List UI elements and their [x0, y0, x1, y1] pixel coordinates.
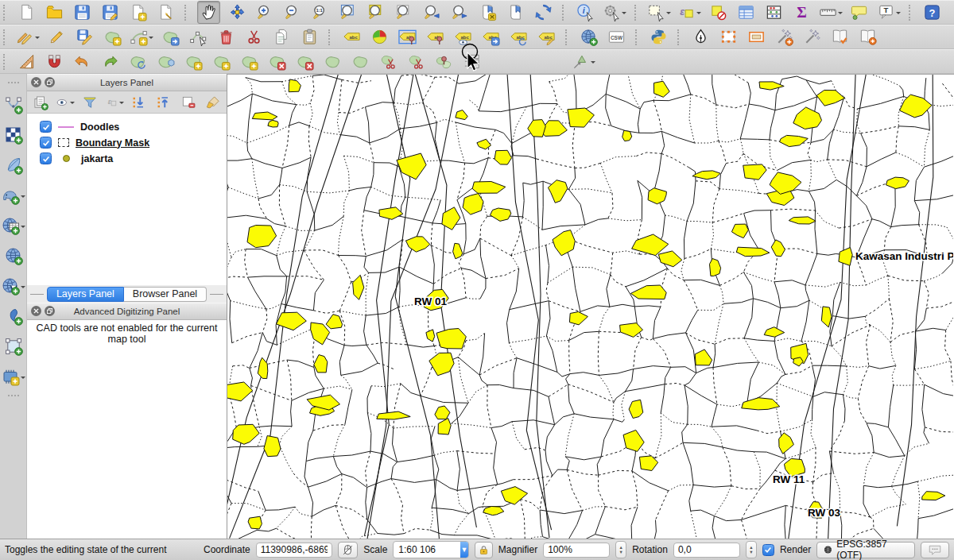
- collapse-all-button[interactable]: [154, 93, 173, 112]
- add-ring-button[interactable]: [183, 51, 204, 72]
- pan-to-selection-button[interactable]: [227, 2, 248, 23]
- simplify-feature-button[interactable]: [155, 51, 176, 72]
- statistical-summary-button[interactable]: Σ: [791, 2, 812, 23]
- processing-wand-button[interactable]: [801, 26, 823, 48]
- layer-visibility-button[interactable]: [56, 93, 75, 112]
- identify-features-button[interactable]: i: [575, 2, 596, 23]
- zoom-last-button[interactable]: [421, 2, 443, 23]
- deselect-all-button[interactable]: [708, 2, 729, 23]
- chevron-down-icon[interactable]: [896, 12, 901, 17]
- copy-features-button[interactable]: [271, 26, 293, 48]
- expand-all-button[interactable]: [130, 93, 149, 112]
- highlight-labels-button[interactable]: abc: [452, 26, 474, 48]
- tab-layers-panel[interactable]: Layers Panel: [47, 287, 124, 302]
- add-wfs-layer-button[interactable]: [1, 274, 26, 298]
- cut-features-button[interactable]: [243, 26, 265, 48]
- magnifier-stepper[interactable]: ▴▾: [615, 541, 626, 558]
- zoom-to-selection-button[interactable]: [366, 2, 387, 23]
- crs-status-button[interactable]: EPSG:3857 (OTF): [816, 542, 915, 558]
- split-parts-button[interactable]: [405, 51, 427, 72]
- pin-labels-button[interactable]: ab: [425, 26, 446, 48]
- render-checkbox[interactable]: [762, 544, 774, 556]
- layer-diagram-button[interactable]: [369, 26, 390, 48]
- coordinate-input[interactable]: [256, 543, 332, 558]
- add-wcs-layer-button[interactable]: [1, 244, 26, 268]
- chevron-down-icon[interactable]: [696, 12, 701, 17]
- add-postgis-layer-button[interactable]: [1, 183, 26, 207]
- map-tips-button[interactable]: [849, 2, 871, 23]
- add-group-button[interactable]: [31, 93, 50, 112]
- close-panel-button[interactable]: [31, 77, 41, 87]
- chevron-down-icon[interactable]: [21, 195, 25, 200]
- pan-map-button[interactable]: [197, 1, 220, 24]
- offset-curve-button[interactable]: [322, 51, 343, 72]
- chevron-down-icon[interactable]: [666, 12, 671, 17]
- text-annotation-button[interactable]: T: [877, 2, 901, 23]
- chevron-down-icon[interactable]: [35, 37, 40, 41]
- zoom-next-button[interactable]: [449, 2, 471, 23]
- save-project-button[interactable]: [72, 2, 93, 23]
- layer-item-doodles[interactable]: Doodles: [27, 119, 227, 135]
- chevron-down-icon[interactable]: ▼: [460, 542, 467, 558]
- chevron-down-icon[interactable]: [838, 12, 843, 17]
- chevron-down-icon[interactable]: [591, 61, 595, 66]
- add-circular-string-button[interactable]: [130, 26, 153, 48]
- layer-checkbox[interactable]: [40, 137, 52, 149]
- redo-button[interactable]: [99, 51, 121, 72]
- fill-ring-button[interactable]: [238, 51, 260, 72]
- chevron-down-icon[interactable]: [21, 377, 25, 381]
- chevron-down-icon[interactable]: [21, 286, 25, 291]
- layer-styling-button[interactable]: [204, 93, 223, 112]
- new-shapefile-layer-button[interactable]: [1, 334, 26, 358]
- open-attribute-table-button[interactable]: [735, 2, 757, 23]
- layer-labeling-button[interactable]: abc: [341, 26, 363, 48]
- select-by-expression-button[interactable]: ε: [677, 2, 701, 23]
- add-virtual-layer-button[interactable]: [1, 365, 26, 388]
- scale-combo[interactable]: 1:60 106 ▼: [393, 541, 468, 558]
- map-canvas[interactable]: RW 01Kawasan Industri PeRW 11RW 03: [227, 74, 954, 539]
- log-messages-button[interactable]: [921, 542, 949, 558]
- float-panel-button[interactable]: [45, 77, 55, 87]
- node-tool-button[interactable]: [188, 26, 209, 48]
- merge-features-button[interactable]: [433, 51, 455, 72]
- current-edits-button[interactable]: [16, 26, 40, 48]
- composer-manager-button[interactable]: [155, 2, 176, 23]
- new-bookmark-button[interactable]: [477, 2, 498, 23]
- delete-selected-button[interactable]: [215, 26, 237, 48]
- zoom-in-button[interactable]: [254, 2, 276, 23]
- zoom-native-button[interactable]: 1:1: [310, 2, 332, 23]
- lock-scale-button[interactable]: [475, 542, 493, 558]
- field-calculator-button[interactable]: [763, 2, 785, 23]
- add-wms-layer-button[interactable]: [1, 214, 26, 238]
- change-label-button[interactable]: abc: [536, 26, 557, 48]
- rotation-stepper[interactable]: ▴▾: [746, 541, 757, 558]
- layer-item-boundary-mask[interactable]: Boundary Mask: [27, 135, 227, 151]
- save-project-as-button[interactable]: [99, 2, 121, 23]
- open-project-button[interactable]: [44, 2, 65, 23]
- add-part-button[interactable]: [211, 51, 232, 72]
- move-annotation-button[interactable]: [718, 26, 739, 48]
- run-feature-action-button[interactable]: [603, 2, 626, 23]
- new-print-composer-button[interactable]: [127, 2, 149, 23]
- merge-attributes-button[interactable]: [461, 51, 483, 72]
- filter-expression-button[interactable]: ε: [105, 93, 124, 112]
- show-hide-labels-button[interactable]: ab: [397, 26, 418, 48]
- delete-ring-button[interactable]: [266, 51, 288, 72]
- rotate-point-symbols-button[interactable]: [572, 51, 595, 72]
- magnifier-input[interactable]: [543, 543, 610, 558]
- add-feature-button[interactable]: [102, 26, 123, 48]
- metasearch-button[interactable]: [578, 26, 599, 48]
- add-raster-layer-button[interactable]: [1, 123, 26, 147]
- reshape-features-button[interactable]: [350, 51, 371, 72]
- move-label-button[interactable]: abc: [480, 26, 502, 48]
- close-panel-button[interactable]: [31, 306, 41, 316]
- float-panel-button[interactable]: [45, 306, 55, 316]
- undo-button[interactable]: [72, 51, 93, 72]
- show-bookmarks-button[interactable]: [505, 2, 526, 23]
- toggle-editing-button[interactable]: [46, 26, 68, 48]
- measure-button[interactable]: [819, 2, 843, 23]
- add-vector-layer-button[interactable]: [1, 93, 26, 117]
- zoom-to-layer-button[interactable]: [394, 2, 415, 23]
- refresh-map-button[interactable]: [533, 2, 554, 23]
- toggle-extents-mouse-button[interactable]: [338, 542, 359, 558]
